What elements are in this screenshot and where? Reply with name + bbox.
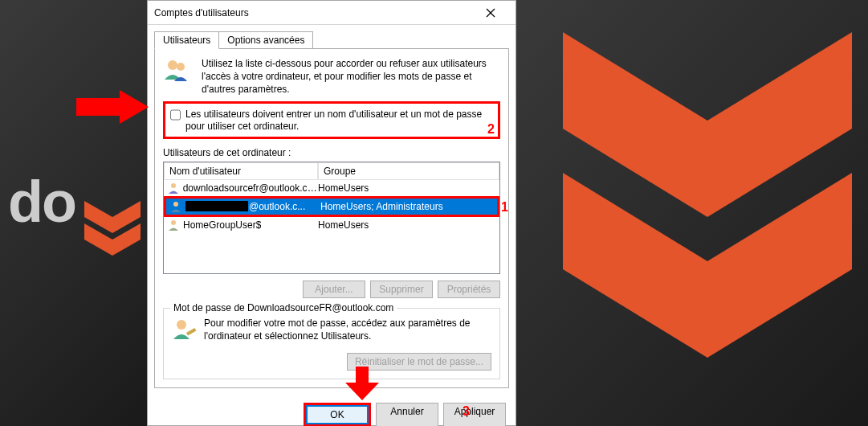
table-header: Nom d'utilisateur Groupe	[164, 162, 499, 180]
user-action-buttons: Ajouter... Supprimer Propriétés	[163, 281, 500, 298]
require-login-checkbox-area: Les utilisateurs doivent entrer un nom d…	[163, 101, 500, 139]
dialog-footer: 3 OK Annuler Appliquer	[148, 395, 516, 426]
svg-point-11	[173, 202, 178, 207]
user-icon	[169, 200, 182, 213]
annotation-number-2: 2	[487, 122, 495, 137]
col-username[interactable]: Nom d'utilisateur	[164, 162, 318, 180]
tab-bar: Utilisateurs Options avancées	[154, 31, 509, 49]
table-row[interactable]: HomeGroupUser$ HomeUsers	[164, 217, 499, 233]
tab-users[interactable]: Utilisateurs	[154, 31, 219, 49]
intro-text: Utilisez la liste ci-dessous pour accord…	[202, 57, 500, 96]
tab-advanced[interactable]: Options avancées	[218, 31, 313, 49]
cell-username: HomeGroupUser$	[183, 219, 261, 231]
cell-username: downloadsourcefr@outlook.co...	[183, 182, 318, 194]
cell-group: HomeUsers	[318, 219, 496, 231]
titlebar[interactable]: Comptes d'utilisateurs	[148, 1, 516, 25]
desktop-background-right	[516, 0, 868, 426]
svg-point-9	[177, 63, 185, 71]
svg-rect-14	[186, 328, 196, 335]
chevron-icon	[563, 32, 852, 412]
close-button[interactable]	[472, 1, 509, 25]
cell-group: HomeUsers	[318, 182, 496, 194]
cancel-button[interactable]: Annuler	[376, 403, 438, 426]
user-list-heading: Utilisateurs de cet ordinateur :	[163, 147, 500, 158]
password-groupbox: Mot de passe de DownloadsourceFR@outlook…	[163, 308, 500, 379]
cell-group: HomeUsers; Administrateurs	[320, 201, 494, 212]
close-icon	[486, 8, 495, 18]
user-icon	[167, 182, 180, 195]
bg-brand-text: do	[8, 169, 75, 235]
col-group[interactable]: Groupe	[318, 162, 499, 180]
user-accounts-dialog: Comptes d'utilisateurs Utilisateurs Opti…	[147, 0, 516, 426]
properties-button[interactable]: Propriétés	[438, 281, 500, 298]
require-login-checkbox[interactable]	[170, 109, 181, 121]
redacted-area	[185, 201, 248, 211]
cell-username-suffix: @outlook.c...	[249, 201, 305, 212]
annotation-arrow-right	[76, 90, 149, 126]
remove-user-button[interactable]: Supprimer	[370, 281, 433, 298]
ok-button[interactable]: OK	[306, 405, 369, 424]
svg-point-13	[177, 320, 186, 330]
dialog-title: Comptes d'utilisateurs	[154, 7, 472, 18]
apply-button[interactable]: Appliquer	[443, 403, 506, 426]
svg-point-12	[171, 220, 176, 225]
annotation-number-1: 1	[501, 200, 508, 215]
svg-marker-5	[345, 367, 379, 400]
svg-marker-4	[76, 90, 149, 124]
svg-marker-2	[563, 32, 852, 217]
annotation-highlight-row: @outlook.c... HomeUsers; Administrateurs…	[164, 196, 499, 217]
password-group-legend: Mot de passe de DownloadsourceFR@outlook…	[170, 302, 397, 313]
user-table[interactable]: Nom d'utilisateur Groupe downloadsourcef…	[163, 162, 500, 274]
tab-panel-users: Utilisez la liste ci-dessous pour accord…	[154, 48, 509, 388]
table-row[interactable]: downloadsourcefr@outlook.co... HomeUsers	[164, 180, 499, 196]
chevron-icon	[84, 201, 141, 268]
annotation-number-3: 3	[463, 404, 470, 419]
users-icon	[163, 57, 195, 96]
intro-row: Utilisez la liste ci-dessous pour accord…	[163, 57, 500, 96]
add-user-button[interactable]: Ajouter...	[303, 281, 365, 298]
key-users-icon	[172, 317, 198, 345]
svg-point-10	[171, 183, 176, 188]
user-icon	[167, 219, 180, 231]
annotation-arrow-down	[345, 367, 379, 403]
desktop-background-left: do	[0, 0, 147, 426]
annotation-highlight-ok: OK	[304, 403, 371, 426]
require-login-label: Les utilisateurs doivent entrer un nom d…	[185, 109, 493, 133]
table-row-selected[interactable]: @outlook.c... HomeUsers; Administrateurs	[166, 199, 497, 215]
svg-point-8	[168, 60, 177, 70]
password-info-text: Pour modifier votre mot de passe, accéde…	[204, 317, 491, 342]
